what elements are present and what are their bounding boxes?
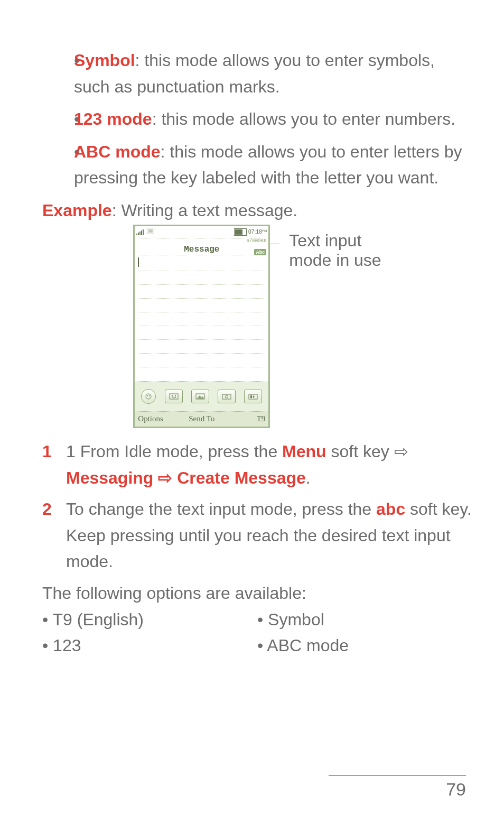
phone-title: Message [184, 245, 219, 254]
step1-period: . [306, 468, 311, 487]
text-cursor [138, 257, 139, 267]
svg-point-14 [225, 395, 228, 398]
page-number: 79 [329, 779, 466, 800]
bullet-text: : this mode allows you to enter numbers. [152, 109, 456, 128]
camera-icon [218, 390, 236, 403]
bullet-term-abc: ABC mode [74, 142, 161, 161]
status-time: 07:18ᴾᴹ [248, 229, 267, 235]
svg-rect-6 [148, 229, 153, 233]
phone-mock: 07:18ᴾᴹ Message 6/600KB Abc [133, 225, 270, 428]
step1-text: 1 From Idle mode, press the [66, 442, 282, 461]
step1-after-menu: soft key [326, 442, 394, 461]
example-text: : Writing a text message. [112, 201, 298, 220]
svg-rect-3 [141, 230, 142, 235]
battery-icon [234, 228, 247, 236]
svg-rect-16 [250, 395, 252, 398]
signal-icon [136, 229, 145, 235]
svg-rect-0 [136, 234, 137, 235]
phone-softkey-center: Send To [181, 414, 223, 423]
step1-menu: Menu [282, 442, 326, 461]
bullet-term-123: 123 mode [74, 109, 152, 128]
bullet-dot: • [42, 48, 74, 100]
step2-abc: abc [376, 500, 405, 519]
step-number-1: 1 [42, 439, 66, 491]
svg-marker-12 [197, 395, 204, 399]
bullet-term-symbol: Symbol [74, 51, 135, 70]
svg-rect-13 [222, 394, 231, 399]
option-123: • 123 [42, 633, 257, 659]
image-icon [191, 390, 209, 403]
phone-char-count: 6/600KB [247, 238, 267, 244]
page-number-rule [329, 775, 466, 776]
step1-messaging: Messaging [66, 468, 153, 487]
svg-rect-2 [139, 232, 141, 235]
option-abc-mode: • ABC mode [257, 633, 472, 659]
option-t9: • T9 (English) [42, 607, 257, 633]
step-number-2: 2 [42, 496, 66, 575]
svg-point-9 [171, 395, 172, 396]
step2-line2: Keep pressing until you reach the desire… [66, 523, 472, 575]
step2-text-prefix: To change the text input mode, press the [66, 500, 376, 519]
phone-softkey-left: Options [138, 414, 180, 423]
example-label: Example [42, 201, 112, 220]
bullet-dot: • [42, 139, 74, 191]
step1-create: Create Message [177, 468, 306, 487]
figure-caption-line1: Text input [289, 231, 381, 251]
phone-softkey-right: T9 [223, 414, 265, 423]
emoticon-icon [165, 390, 183, 403]
svg-point-10 [174, 395, 175, 396]
attachment-icon [141, 389, 156, 404]
callout-line [270, 244, 279, 244]
option-symbol: • Symbol [257, 607, 472, 633]
audio-icon [244, 390, 262, 403]
step2-text-suffix: soft key. [405, 500, 472, 519]
figure-caption-line2: mode in use [289, 251, 381, 270]
options-intro: The following options are available: [42, 580, 472, 607]
svg-rect-1 [138, 233, 139, 235]
phone-mode-badge: Abc [254, 249, 266, 255]
arrow-icon: ⇨ [394, 439, 408, 465]
svg-rect-4 [143, 229, 144, 235]
card-icon [147, 227, 154, 237]
bullet-dot: • [42, 106, 74, 133]
arrow-icon: ⇨ [153, 468, 177, 487]
